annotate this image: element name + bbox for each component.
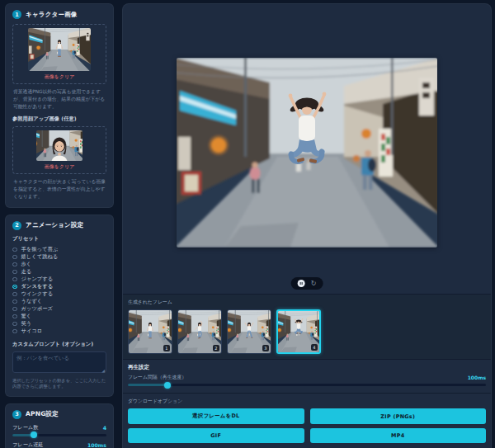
pause-icon [299,282,303,285]
step-3-badge: 3 [12,410,21,419]
main-panel: ↻ 生成されたフレーム 1 [122,3,492,448]
radio-icon [12,255,17,260]
preset-option[interactable]: ウインクする [12,290,106,298]
sidebar: 1 キャラクター画像 画像をクリア 背景透過PNG以外の [5,3,114,448]
radio-icon [12,299,17,304]
preset-option[interactable]: うなずく [12,298,106,305]
slider-handle[interactable] [164,382,171,389]
radio-icon [12,248,17,252]
frame-number-badge: 3 [262,345,269,351]
play-pause-button[interactable] [298,280,305,287]
apng-section-title: APNG設定 [26,410,59,418]
preset-option[interactable]: サイコロ [12,328,106,335]
frames-label: 生成されたフレーム [128,299,486,306]
step-1-badge: 1 [12,10,21,19]
radio-icon [12,322,17,327]
preset-option[interactable]: 嬉しくて跳ねる [12,253,106,261]
preset-label: プリセット [12,235,106,243]
preset-option[interactable]: 笑う [12,320,106,328]
frame-number-badge: 4 [311,344,318,351]
character-section-title: キャラクター画像 [26,11,77,19]
animation-settings-section: 2 アニメーション設定 プリセット 手を振って喜ぶ 嬉しくて跳ねる 歩く 走る … [5,215,114,397]
radio-icon [12,270,17,275]
section-header: 1 キャラクター画像 [12,10,106,19]
apng-slider-group: フレーム数 4 フレーム遅延 100ms ループ数 7 [12,424,106,448]
frame-count-slider[interactable] [12,434,106,436]
face-ref-hint: キャラクターの顔が大きく写っている画像を指定すると、表情の一貫性が向上しやすくな… [13,178,106,200]
download-mp4-button[interactable]: MP4 [310,428,487,443]
custom-prompt-note: 選択したプリセットの動きを、ここに入力した内容でさらに調整します。 [12,378,106,390]
face-ref-preview [36,130,82,161]
face-ref-dropzone[interactable]: 画像をクリア [12,126,106,174]
animation-section-title: アニメーション設定 [26,221,83,229]
frame-thumbnail[interactable]: 1 [128,309,172,354]
download-gif-button[interactable]: GIF [128,428,304,443]
download-title: ダウンロードオプション [128,398,486,405]
frame-thumbnail[interactable]: 3 [227,309,271,354]
playback-title: 再生設定 [128,364,486,371]
preset-option[interactable]: ガッツポーズ [12,305,106,313]
radio-icon [12,307,17,312]
character-image-hint: 背景透過PNG以外の写真も使用できますが、背景付きの場合、結果の精度が下がる可能… [13,88,106,111]
character-image-dropzone[interactable]: 画像をクリア [12,24,106,84]
download-selected-frame-button[interactable]: 選択フレームをDL [128,408,304,424]
radio-icon [12,262,17,267]
preset-option[interactable]: ジャンプする [12,276,106,283]
radio-icon [12,277,17,282]
download-panel: ダウンロードオプション 選択フレームをDLZIP (PNGs)GIFMP4 [123,393,491,448]
preview-area[interactable]: ↻ [123,4,491,294]
clear-face-ref-button[interactable]: 画像をクリア [16,163,102,171]
slider-fill [128,384,167,386]
clear-character-image-button[interactable]: 画像をクリア [16,73,102,81]
frames-panel: 生成されたフレーム 1 [123,294,491,359]
preset-option[interactable]: ダンスをする [12,283,106,290]
frames-strip: 1 2 [128,309,486,354]
interval-value: 100ms [468,375,486,380]
frame-thumbnail[interactable]: 2 [177,309,222,354]
custom-prompt-input[interactable] [12,351,106,373]
radio-icon [12,292,17,297]
radio-icon [12,285,17,290]
preset-option[interactable]: 走る [12,268,106,276]
radio-icon [12,314,17,319]
character-image-preview [28,28,91,71]
section-header: 3 APNG設定 [12,410,106,419]
download-zip-button[interactable]: ZIP (PNGs) [310,408,487,424]
interval-slider[interactable] [128,384,486,386]
loop-icon[interactable]: ↻ [311,281,317,287]
interval-label: フレーム間隔（再生速度） [128,374,186,381]
apng-settings-section: 3 APNG設定 フレーム数 4 フレーム遅延 100ms ループ数 7 0.4… [5,403,114,448]
frame-number-badge: 1 [163,345,170,351]
download-button-grid: 選択フレームをDLZIP (PNGs)GIFMP4 [128,408,486,445]
player-controls: ↻ [291,277,323,290]
step-2-badge: 2 [12,221,21,230]
radio-icon [12,329,17,334]
preset-option[interactable]: 歩く [12,261,106,268]
app-root: 1 キャラクター画像 画像をクリア 背景透過PNG以外の [0,0,495,448]
section-header: 2 アニメーション設定 [12,221,106,230]
slider-handle[interactable] [31,431,37,438]
character-image-section: 1 キャラクター画像 画像をクリア 背景透過PNG以外の [5,3,114,208]
preset-list: 手を振って喜ぶ 嬉しくて跳ねる 歩く 走る ジャンプする ダンスをする ウインク… [12,246,106,335]
frame-thumbnail[interactable]: 4 [276,309,321,354]
animation-preview-image [177,58,437,248]
preset-option[interactable]: 驚く [12,313,106,320]
custom-prompt-label: カスタムプロンプト (オプション) [12,341,106,348]
playback-panel: 再生設定 フレーム間隔（再生速度） 100ms [123,359,491,393]
face-ref-label: 参照用顔アップ画像 (任意) [12,116,106,123]
preset-option[interactable]: 手を振って喜ぶ [12,246,106,253]
frame-number-badge: 2 [213,345,219,351]
